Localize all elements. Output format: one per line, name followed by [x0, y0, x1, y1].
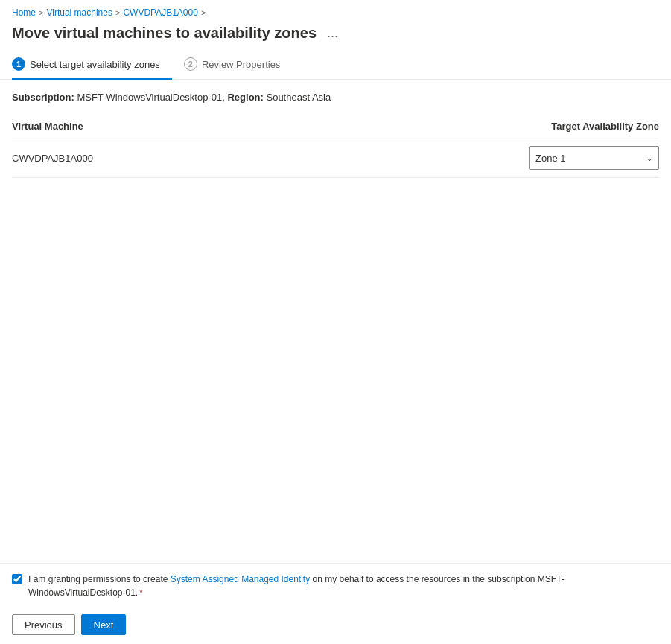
consent-text: I am granting permissions to create Syst… — [28, 573, 659, 599]
tab-review-properties[interactable]: 2 Review Properties — [184, 51, 293, 80]
vm-table: Virtual Machine Target Availability Zone… — [12, 115, 659, 178]
tab2-circle: 2 — [184, 57, 197, 71]
subscription-label: Subscription: — [12, 92, 74, 103]
col-vm-header: Virtual Machine — [12, 115, 260, 138]
tabs-bar: 1 Select target availability zones 2 Rev… — [0, 51, 671, 80]
breadcrumb-virtual-machines[interactable]: Virtual machines — [46, 7, 112, 18]
table-row: CWVDPAJB1A000Zone 1⌄ — [12, 138, 659, 178]
consent-checkbox[interactable] — [12, 574, 22, 584]
consent-bar: I am granting permissions to create Syst… — [0, 563, 671, 608]
breadcrumb-sep1: > — [39, 8, 43, 17]
breadcrumb-vm-name[interactable]: CWVDPAJB1A000 — [123, 7, 197, 18]
tab2-label: Review Properties — [202, 59, 281, 70]
chevron-down-icon: ⌄ — [646, 154, 652, 162]
zone-select-text: Zone 1 — [535, 153, 565, 164]
managed-identity-link[interactable]: System Assigned Managed Identity — [171, 574, 310, 584]
subscription-info: Subscription: MSFT-WindowsVirtualDesktop… — [12, 92, 659, 103]
page-title: Move virtual machines to availability zo… — [12, 25, 317, 42]
breadcrumb-sep2: > — [115, 8, 120, 17]
tab1-label: Select target availability zones — [30, 59, 160, 70]
zone-cell: Zone 1⌄ — [260, 138, 659, 178]
next-button[interactable]: Next — [81, 614, 127, 635]
required-star: * — [139, 587, 143, 598]
tab-select-zones[interactable]: 1 Select target availability zones — [12, 51, 172, 80]
tab1-circle: 1 — [12, 57, 25, 71]
subscription-value: MSFT-WindowsVirtualDesktop-01, — [77, 92, 224, 103]
breadcrumb-sep3: > — [201, 8, 206, 17]
content-area: Subscription: MSFT-WindowsVirtualDesktop… — [0, 80, 671, 563]
ellipsis-button[interactable]: ... — [322, 24, 343, 42]
col-zone-header: Target Availability Zone — [260, 115, 659, 138]
previous-button[interactable]: Previous — [12, 614, 75, 635]
region-value: Southeast Asia — [266, 92, 331, 103]
region-label: Region: — [227, 92, 263, 103]
vm-name-cell: CWVDPAJB1A000 — [12, 138, 260, 178]
zone-select-wrapper[interactable]: Zone 1⌄ — [529, 146, 659, 170]
footer-buttons: Previous Next — [0, 608, 671, 644]
breadcrumb-home[interactable]: Home — [12, 7, 36, 18]
breadcrumb: Home > Virtual machines > CWVDPAJB1A000 … — [0, 0, 671, 21]
page-title-area: Move virtual machines to availability zo… — [0, 21, 671, 51]
